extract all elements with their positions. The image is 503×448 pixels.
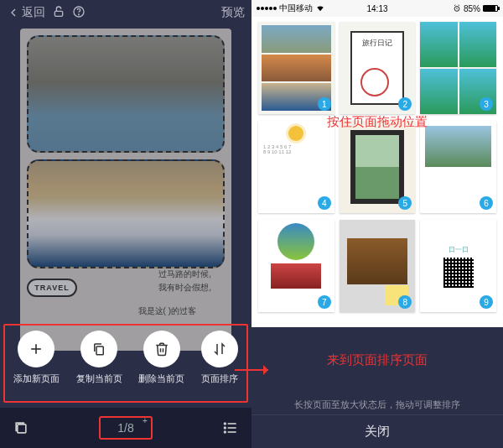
close-button[interactable]: 关闭 bbox=[252, 414, 503, 448]
chevron-left-icon bbox=[7, 6, 20, 19]
page-indicator[interactable]: 1/8 + bbox=[99, 416, 152, 440]
svg-point-10 bbox=[225, 423, 226, 425]
caption-line-3[interactable]: 我是这( )的过客 bbox=[138, 305, 196, 317]
alarm-icon bbox=[453, 4, 461, 13]
page-thumb[interactable]: 8 bbox=[340, 220, 416, 312]
bottom-bar: 1/8 + bbox=[0, 408, 252, 448]
sort-icon bbox=[212, 341, 227, 357]
page-thumb[interactable]: 5 bbox=[340, 121, 416, 213]
help-button[interactable] bbox=[72, 5, 86, 21]
page-thumb[interactable]: 3 bbox=[420, 22, 496, 114]
copy-icon bbox=[91, 341, 106, 357]
hint-text: 长按页面至放大状态后，拖动可调整排序 bbox=[252, 399, 503, 411]
page-canvas[interactable]: TRAVEL 过马路的时候, 我有时会假想, 我是这( )的过客 bbox=[20, 29, 231, 351]
battery-icon bbox=[483, 5, 498, 12]
page-thumb[interactable]: 1 2 3 4 5 6 78 9 10 11 124 bbox=[258, 121, 334, 213]
svg-point-2 bbox=[79, 13, 80, 14]
unlock-icon bbox=[52, 5, 65, 18]
page-thumb[interactable]: 1 bbox=[258, 22, 334, 114]
page-thumb[interactable]: 6 bbox=[420, 121, 496, 213]
sort-pages-label: 页面排序 bbox=[201, 372, 238, 385]
copy-page-button[interactable]: 复制当前页 bbox=[76, 331, 122, 385]
page-thumb[interactable]: 日一日9 bbox=[420, 220, 496, 312]
layers-icon bbox=[13, 419, 29, 436]
preview-button[interactable]: 预览 bbox=[221, 5, 245, 20]
add-page-button[interactable]: 添加新页面 bbox=[13, 331, 60, 385]
help-icon bbox=[72, 5, 86, 18]
close-label: 关闭 bbox=[365, 424, 390, 440]
signal-icon bbox=[257, 7, 277, 10]
list-icon bbox=[222, 419, 239, 436]
menu-button[interactable] bbox=[221, 419, 240, 437]
delete-page-label: 删除当前页 bbox=[138, 372, 184, 385]
svg-point-12 bbox=[225, 431, 226, 433]
page-actions-popup: 添加新页面 复制当前页 删除当前页 页面排序 bbox=[3, 324, 248, 403]
editor-screen: 返回 预览 TRAVEL 过马路的时候, 我有时会假想, 我是这( )的过客 添… bbox=[0, 0, 252, 448]
wifi-icon bbox=[315, 4, 325, 13]
trash-icon bbox=[154, 341, 169, 357]
back-button[interactable]: 返回 bbox=[7, 5, 45, 20]
carrier-label: 中国移动 bbox=[279, 3, 313, 14]
status-bar: 中国移动 14:13 85% bbox=[252, 0, 503, 17]
copy-page-label: 复制当前页 bbox=[76, 372, 122, 385]
caption-line-2[interactable]: 我有时会假想, bbox=[158, 282, 211, 294]
battery-percent: 85% bbox=[464, 4, 480, 13]
photo-slot-2[interactable] bbox=[27, 159, 225, 268]
pages-grid: 1 旅行日记2 3 1 2 3 4 5 6 78 9 10 11 124 5 6… bbox=[252, 17, 503, 327]
sort-screen: 中国移动 14:13 85% 1 旅行日记2 3 1 2 3 4 5 6 78 … bbox=[252, 0, 503, 448]
svg-rect-6 bbox=[18, 425, 26, 433]
svg-point-11 bbox=[225, 427, 226, 429]
top-bar: 返回 预览 bbox=[0, 0, 252, 25]
sort-pages-button[interactable]: 页面排序 bbox=[201, 331, 238, 385]
lock-button[interactable] bbox=[52, 5, 65, 21]
page-indicator-text: 1/8 bbox=[117, 421, 133, 435]
tutorial-text-arrive: 来到页面排序页面 bbox=[252, 352, 503, 368]
back-label: 返回 bbox=[22, 5, 45, 20]
layers-button[interactable] bbox=[12, 419, 30, 437]
page-thumb[interactable]: 7 bbox=[258, 220, 334, 312]
plus-icon bbox=[28, 341, 44, 357]
caption-line-1[interactable]: 过马路的时候, bbox=[158, 268, 211, 280]
page-thumb[interactable]: 旅行日记2 bbox=[340, 22, 416, 114]
tutorial-arrow bbox=[235, 369, 268, 371]
plus-superscript-icon: + bbox=[143, 416, 148, 425]
tutorial-text-drag: 按住页面拖动位置 bbox=[252, 114, 503, 130]
add-page-label: 添加新页面 bbox=[13, 372, 60, 385]
travel-badge[interactable]: TRAVEL bbox=[27, 279, 77, 297]
svg-rect-0 bbox=[54, 11, 62, 16]
photo-slot-1[interactable] bbox=[27, 35, 225, 153]
delete-page-button[interactable]: 删除当前页 bbox=[138, 331, 184, 385]
svg-rect-5 bbox=[96, 346, 103, 355]
